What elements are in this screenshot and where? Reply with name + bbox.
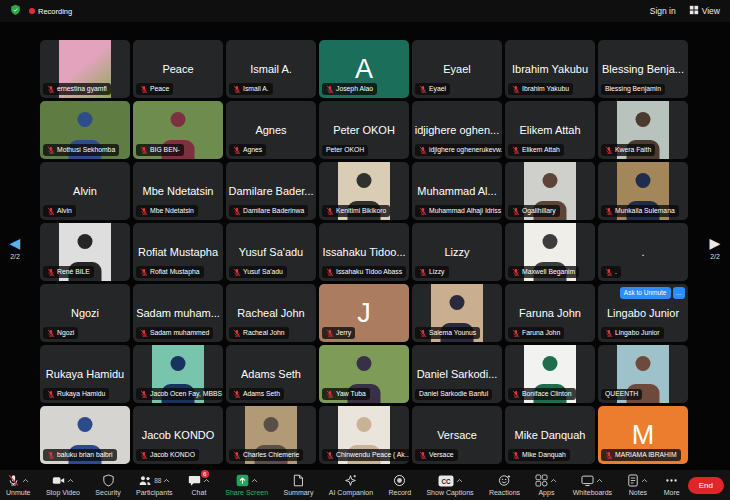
participant-tile[interactable]: AJoseph Alao: [319, 40, 409, 98]
toolbar-apps-button[interactable]: Apps: [535, 474, 557, 496]
muted-mic-icon: [419, 85, 427, 94]
person-silhouette-head: [635, 173, 650, 188]
toolbar-show-captions-button[interactable]: CCShow Captions: [426, 474, 473, 496]
end-button[interactable]: End: [688, 477, 724, 494]
participant-tile[interactable]: Mothusi Sekhomba: [40, 101, 130, 159]
participant-tile[interactable]: Maxwell Beganim: [505, 223, 595, 281]
chevron-up-icon[interactable]: [251, 478, 258, 483]
participant-tile[interactable]: Charles Chiemerie: [226, 406, 316, 464]
participant-tile[interactable]: Muhammad Al...Muhammad Alhaji Idriss: [412, 162, 502, 220]
participant-tile[interactable]: Blessing Benja...Blessing Benjamin: [598, 40, 688, 98]
participant-tile[interactable]: ..: [598, 223, 688, 281]
toolbar-notes-button[interactable]: Notes: [627, 474, 648, 496]
participant-tile[interactable]: Ibrahim YakubuIbrahim Yakubu: [505, 40, 595, 98]
participant-tile[interactable]: René BILE: [40, 223, 130, 281]
participant-name-text: Elikem Attah: [522, 146, 560, 154]
participant-tile[interactable]: Peter OKOHPeter OKOH: [319, 101, 409, 159]
participant-tile[interactable]: baluku brian balbri: [40, 406, 130, 464]
participant-tile[interactable]: Faruna JohnFaruna John: [505, 284, 595, 342]
toolbar-ai-companion-button[interactable]: AI Companion: [329, 474, 373, 496]
prev-page-button[interactable]: ◀ 2/2: [1, 236, 29, 260]
chevron-up-icon[interactable]: [596, 478, 603, 483]
participant-tile[interactable]: AlvinAlvin: [40, 162, 130, 220]
participant-tile[interactable]: Rofiat MustaphaRofiat Mustapha: [133, 223, 223, 281]
participant-tile[interactable]: Yusuf Sa'aduYusuf Sa'adu: [226, 223, 316, 281]
participant-tile[interactable]: Ogalihillary: [505, 162, 595, 220]
participant-name-label: Boniface Clinton: [508, 388, 576, 400]
toolbar-chat-button[interactable]: 6Chat: [188, 474, 210, 496]
participant-tile[interactable]: Yaw Tuba: [319, 345, 409, 403]
participant-tile[interactable]: Ismail A.Ismail A.: [226, 40, 316, 98]
participant-tile[interactable]: Chinwendu Peace ( Ak...: [319, 406, 409, 464]
participant-name-text: .: [615, 268, 617, 276]
toolbar-share-screen-button[interactable]: Share Screen: [225, 474, 268, 496]
chevron-up-icon[interactable]: [641, 478, 648, 483]
participant-tile[interactable]: Adams SethAdams Seth: [226, 345, 316, 403]
participant-tile[interactable]: Mike DanquahMike Danquah: [505, 406, 595, 464]
chevron-up-icon[interactable]: [203, 478, 210, 483]
participant-tile[interactable]: Lingabo JuniorAsk to Unmute…Lingabo Juni…: [598, 284, 688, 342]
toolbar-security-button[interactable]: Security: [95, 474, 120, 496]
participant-name-label: Ismail A.: [229, 83, 273, 95]
toolbar-record-button[interactable]: Record: [389, 474, 412, 496]
participant-tile[interactable]: Jacob Ocen Fay, MBBS: [133, 345, 223, 403]
participant-tile[interactable]: PeacePeace: [133, 40, 223, 98]
toolbar-label: Show Captions: [426, 489, 473, 496]
recording-label: Recording: [38, 7, 72, 16]
tile-more-button[interactable]: …: [673, 287, 686, 299]
muted-mic-icon: [140, 207, 148, 216]
participant-name-text: Lingabo Junior: [615, 329, 660, 337]
participant-tile[interactable]: EyaelEyael: [412, 40, 502, 98]
person-silhouette-head: [171, 112, 186, 127]
meeting-top-bar: Recording Sign in View: [0, 0, 730, 22]
toolbar-unmute-button[interactable]: Unmute: [6, 474, 31, 496]
participant-tile[interactable]: Elikem AttahElikem Attah: [505, 101, 595, 159]
participant-name-label: Lingabo Junior: [601, 327, 664, 339]
participant-tile[interactable]: Sadam muham...Sadam muhammed: [133, 284, 223, 342]
toolbar-participants-button[interactable]: 88Participants: [136, 474, 173, 496]
participant-tile[interactable]: Damilare Bader...Damilare Baderinwa: [226, 162, 316, 220]
participant-tile[interactable]: NgoziNgozi: [40, 284, 130, 342]
participant-tile[interactable]: AgnesAgnes: [226, 101, 316, 159]
toolbar-whiteboards-button[interactable]: Whiteboards: [573, 474, 612, 496]
next-page-button[interactable]: ▶ 2/2: [701, 236, 729, 260]
participant-tile[interactable]: Racheal JohnRacheal John: [226, 284, 316, 342]
participant-tile[interactable]: Kenitimi Bikikoro: [319, 162, 409, 220]
participant-tile[interactable]: MMARIAMA IBRAHIM: [598, 406, 688, 464]
participant-tile[interactable]: Boniface Clinton: [505, 345, 595, 403]
participant-tile[interactable]: Salema Younus: [412, 284, 502, 342]
participant-tile[interactable]: VersaceVersace: [412, 406, 502, 464]
participant-tile[interactable]: Issahaku Tidoo...Issahaku Tidoo Abass: [319, 223, 409, 281]
participant-tile[interactable]: Jacob KONDOJacob KONDO: [133, 406, 223, 464]
chevron-up-icon[interactable]: [22, 478, 29, 483]
toolbar-summary-button[interactable]: Summary: [283, 474, 313, 496]
muted-mic-icon: [326, 329, 334, 338]
participant-tile[interactable]: Rukaya HamiduRukaya Hamidu: [40, 345, 130, 403]
chevron-up-icon[interactable]: [550, 478, 557, 483]
muted-mic-icon: [419, 207, 427, 216]
participant-tile[interactable]: ernestina gyamfi: [40, 40, 130, 98]
participant-name-text: Ogalihillary: [522, 207, 556, 215]
chevron-up-icon[interactable]: [456, 478, 463, 483]
toolbar-more-button[interactable]: More: [664, 474, 680, 496]
participant-tile[interactable]: JJerry: [319, 284, 409, 342]
person-silhouette-head: [77, 234, 92, 249]
participant-tile[interactable]: Munkaila Sulemana: [598, 162, 688, 220]
view-button[interactable]: View: [689, 5, 720, 17]
view-label: View: [702, 6, 720, 16]
participant-tile[interactable]: idjighere oghen...idjighere oghenerukevw…: [412, 101, 502, 159]
participant-tile[interactable]: QUEENTH: [598, 345, 688, 403]
chevron-up-icon[interactable]: [67, 478, 74, 483]
participant-name-label: Maxwell Beganim: [508, 266, 579, 278]
muted-mic-icon: [47, 329, 55, 338]
chevron-up-icon[interactable]: [163, 478, 170, 483]
toolbar-stop-video-button[interactable]: Stop Video: [46, 474, 80, 496]
participant-tile[interactable]: Daniel Sarkodi...Daniel Sarkodie Banful: [412, 345, 502, 403]
toolbar-reactions-button[interactable]: Reactions: [489, 474, 520, 496]
participant-tile[interactable]: Mbe NdetatsinMbe Ndetatsin: [133, 162, 223, 220]
sign-in-button[interactable]: Sign in: [650, 6, 676, 16]
ask-to-unmute-button[interactable]: Ask to Unmute: [620, 287, 671, 299]
participant-tile[interactable]: LizzyLizzy: [412, 223, 502, 281]
participant-tile[interactable]: BIG BEN-: [133, 101, 223, 159]
participant-tile[interactable]: Kwera Faith: [598, 101, 688, 159]
